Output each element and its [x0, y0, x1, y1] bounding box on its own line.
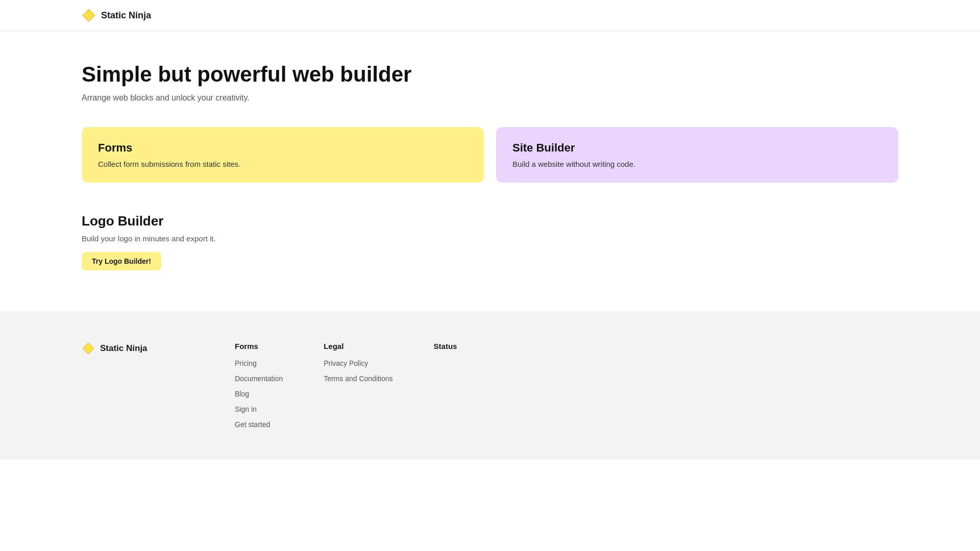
footer-col-forms: Forms Pricing Documentation Blog Sign in…: [235, 342, 283, 429]
logo-builder-section: Logo Builder Build your logo in minutes …: [82, 213, 898, 270]
site-builder-card: Site Builder Build a website without wri…: [496, 127, 898, 183]
footer-col-status: Status: [434, 342, 457, 429]
footer-link-pricing: Pricing: [235, 359, 283, 368]
footer-col-forms-heading: Forms: [235, 342, 283, 350]
footer-brand-text: Static Ninja: [100, 343, 148, 354]
footer-link-privacy: Privacy Policy: [324, 359, 393, 368]
hero-title: Simple but powerful web builder: [82, 62, 898, 87]
forms-card-title: Forms: [98, 141, 468, 155]
footer-link-documentation: Documentation: [235, 374, 283, 383]
main-content: Simple but powerful web builder Arrange …: [0, 31, 980, 311]
forms-card-desc: Collect form submissions from static sit…: [98, 160, 468, 168]
footer-columns: Forms Pricing Documentation Blog Sign in…: [235, 342, 898, 429]
logo-builder-title: Logo Builder: [82, 213, 898, 229]
site-builder-card-desc: Build a website without writing code.: [512, 160, 882, 168]
footer-col-legal-heading: Legal: [324, 342, 393, 350]
logo-area: Static Ninja: [82, 8, 151, 22]
footer-col-status-heading: Status: [434, 342, 457, 350]
svg-marker-0: [83, 9, 95, 21]
feature-cards: Forms Collect form submissions from stat…: [82, 127, 898, 183]
forms-card: Forms Collect form submissions from stat…: [82, 127, 484, 183]
footer-link-blog: Blog: [235, 389, 283, 398]
footer-link-getstarted: Get started: [235, 420, 283, 429]
footer-logo-icon: [82, 342, 95, 355]
footer: Static Ninja Forms Pricing Documentation…: [0, 311, 980, 460]
hero-subtitle: Arrange web blocks and unlock your creat…: [82, 93, 898, 103]
site-builder-card-title: Site Builder: [512, 141, 882, 155]
footer-link-blog-anchor[interactable]: Blog: [235, 390, 249, 398]
footer-col-legal-links: Privacy Policy Terms and Conditions: [324, 359, 393, 383]
footer-link-signin: Sign in: [235, 405, 283, 414]
footer-link-documentation-anchor[interactable]: Documentation: [235, 374, 283, 383]
footer-link-terms-anchor[interactable]: Terms and Conditions: [324, 374, 393, 383]
footer-col-forms-links: Pricing Documentation Blog Sign in Get s…: [235, 359, 283, 429]
footer-link-privacy-anchor[interactable]: Privacy Policy: [324, 359, 368, 367]
footer-link-pricing-anchor[interactable]: Pricing: [235, 359, 257, 367]
footer-link-getstarted-anchor[interactable]: Get started: [235, 420, 270, 429]
footer-brand: Static Ninja: [82, 342, 194, 355]
footer-link-terms: Terms and Conditions: [324, 374, 393, 383]
svg-marker-1: [83, 343, 94, 354]
logo-builder-desc: Build your logo in minutes and export it…: [82, 234, 898, 243]
footer-link-signin-anchor[interactable]: Sign in: [235, 405, 257, 413]
footer-col-legal: Legal Privacy Policy Terms and Condition…: [324, 342, 393, 429]
logo-icon: [82, 8, 96, 22]
logo-text: Static Ninja: [101, 10, 151, 21]
try-logo-builder-button[interactable]: Try Logo Builder!: [82, 252, 161, 270]
header: Static Ninja: [0, 0, 980, 31]
